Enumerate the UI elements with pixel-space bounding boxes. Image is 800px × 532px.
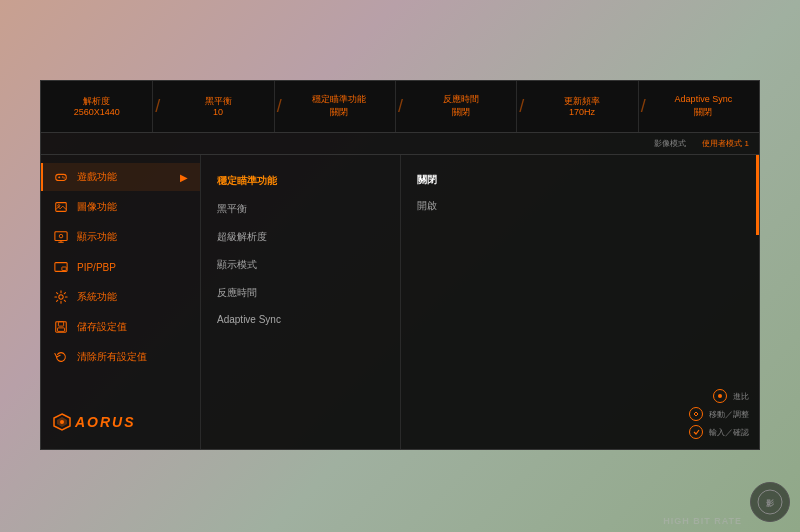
svg-rect-7 [55, 232, 67, 241]
watermark-logo: 影 [750, 482, 790, 522]
header-resolution-value: 2560X1440 [74, 107, 120, 117]
svg-text:影: 影 [766, 499, 775, 508]
header-resolution[interactable]: 解析度 2560X1440 [41, 81, 153, 132]
aorus-logo: AORUS [75, 414, 136, 430]
svg-point-4 [63, 177, 64, 178]
watermark: 影 [750, 482, 790, 522]
sidebar-gaming-label: 遊戲功能 [77, 170, 117, 184]
menu-item-adaptive-sync[interactable]: Adaptive Sync [201, 307, 400, 332]
gear-icon [53, 289, 69, 305]
header-adaptive-value: 關閉 [694, 106, 712, 119]
sidebar-image-label: 圖像功能 [77, 200, 117, 214]
menu-item-response-time[interactable]: 反應時間 [201, 279, 400, 307]
sidebar-gaming-arrow: ▶ [180, 172, 188, 183]
sidebar: 遊戲功能 ▶ 圖像功能 [41, 155, 201, 449]
header-aim-value: 關閉 [330, 106, 348, 119]
svg-rect-12 [62, 267, 66, 271]
sidebar-item-pip[interactable]: PIP/PBP [41, 253, 200, 281]
header-response-time[interactable]: 反應時間 關閉 [405, 81, 517, 132]
right-option-off[interactable]: 關閉 [417, 167, 743, 193]
header-refresh-label: 更新頻率 [564, 96, 600, 108]
svg-rect-16 [58, 328, 65, 332]
menu-item-super-resolution[interactable]: 超級解析度 [201, 223, 400, 251]
svg-point-3 [62, 176, 63, 177]
sidebar-item-display[interactable]: 顯示功能 [41, 223, 200, 251]
display-icon [53, 229, 69, 245]
pip-icon [53, 259, 69, 275]
nav-hint-move-label: 移動／調整 [709, 409, 749, 420]
svg-point-19 [60, 420, 64, 424]
sidebar-pip-label: PIP/PBP [77, 262, 116, 273]
sidebar-item-save[interactable]: 儲存設定值 [41, 313, 200, 341]
sidebar-system-label: 系統功能 [77, 290, 117, 304]
svg-point-13 [59, 295, 63, 299]
divider-3: / [396, 96, 405, 117]
header-refresh-value: 170Hz [569, 107, 595, 117]
divider-5: / [639, 96, 648, 117]
divider-4: / [517, 96, 526, 117]
sidebar-save-label: 儲存設定值 [77, 320, 127, 334]
header-bar: 解析度 2560X1440 / 黑平衡 10 / 穩定瞄準功能 關閉 / 反應時… [41, 81, 759, 133]
menu-item-black-balance[interactable]: 黑平衡 [201, 195, 400, 223]
gamepad-icon [53, 169, 69, 185]
image-icon [53, 199, 69, 215]
divider-2: / [275, 96, 284, 117]
sidebar-item-image[interactable]: 圖像功能 [41, 193, 200, 221]
svg-point-20 [718, 394, 722, 398]
header-black-balance[interactable]: 黑平衡 10 [162, 81, 274, 132]
nav-hint-move: 移動／調整 [689, 407, 749, 421]
sub-header-user-mode[interactable]: 使用者模式 1 [702, 138, 749, 149]
menu-item-display-mode[interactable]: 顯示模式 [201, 251, 400, 279]
hbr-watermark: HIGH BIT RATE [663, 516, 742, 526]
logo-area: AORUS [41, 403, 200, 441]
right-panel: 關閉 開啟 進比 [401, 155, 759, 449]
sidebar-item-reset[interactable]: 清除所有設定值 [41, 343, 200, 371]
sidebar-reset-label: 清除所有設定值 [77, 350, 147, 364]
header-aim-stabilizer[interactable]: 穩定瞄準功能 關閉 [284, 81, 396, 132]
osd-overlay: 解析度 2560X1440 / 黑平衡 10 / 穩定瞄準功能 關閉 / 反應時… [40, 80, 760, 450]
nav-hint-select: 進比 [713, 389, 749, 403]
main-content: 遊戲功能 ▶ 圖像功能 [41, 155, 759, 449]
header-adaptive-sync[interactable]: Adaptive Sync 關閉 [648, 81, 759, 132]
nav-hint-enter-label: 輸入／確認 [709, 427, 749, 438]
enter-icon [689, 425, 703, 439]
header-black-balance-label: 黑平衡 [205, 96, 232, 108]
menu-item-aim-stabilizer[interactable]: 穩定瞄準功能 [201, 167, 400, 195]
header-response-label: 反應時間 [443, 94, 479, 106]
header-black-balance-value: 10 [213, 107, 223, 117]
header-response-value: 關閉 [452, 106, 470, 119]
reset-icon [53, 349, 69, 365]
nav-hints: 進比 移動／調整 [689, 389, 749, 439]
middle-panel: 穩定瞄準功能 黑平衡 超級解析度 顯示模式 反應時間 Adaptive Sync [201, 155, 401, 449]
right-option-on[interactable]: 開啟 [417, 193, 743, 219]
sidebar-item-gaming[interactable]: 遊戲功能 ▶ [41, 163, 200, 191]
header-aim-label: 穩定瞄準功能 [312, 94, 366, 106]
sub-header-mode[interactable]: 影像模式 [654, 138, 686, 149]
sidebar-item-system[interactable]: 系統功能 [41, 283, 200, 311]
move-icon [689, 407, 703, 421]
nav-hint-select-label: 進比 [733, 391, 749, 402]
nav-hint-enter: 輸入／確認 [689, 425, 749, 439]
sidebar-display-label: 顯示功能 [77, 230, 117, 244]
divider-1: / [153, 96, 162, 117]
svg-point-6 [58, 205, 60, 207]
svg-rect-5 [56, 203, 67, 212]
sub-header: 影像模式 使用者模式 1 [41, 133, 759, 155]
header-refresh-rate[interactable]: 更新頻率 170Hz [526, 81, 638, 132]
header-resolution-label: 解析度 [83, 96, 110, 108]
save-icon [53, 319, 69, 335]
header-adaptive-label: Adaptive Sync [675, 94, 733, 106]
svg-rect-0 [56, 174, 67, 180]
svg-rect-15 [58, 322, 63, 326]
svg-point-10 [59, 234, 63, 238]
select-icon [713, 389, 727, 403]
